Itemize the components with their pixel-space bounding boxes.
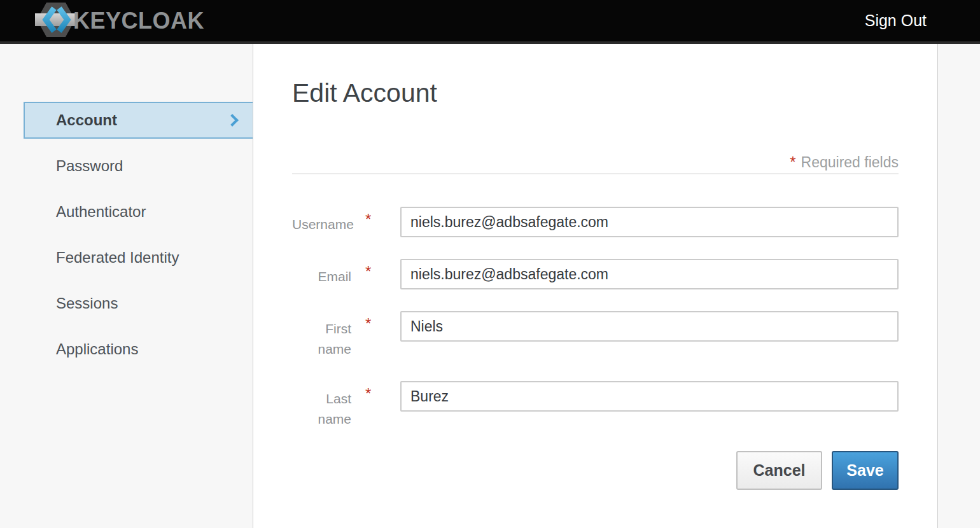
- main-content: Edit Account *Required fields Username *…: [253, 44, 938, 528]
- last-name-label: Last name: [292, 381, 351, 429]
- sidebar-item-label: Federated Identity: [56, 249, 179, 267]
- required-asterisk: *: [351, 259, 400, 289]
- sidebar-list: Account Password Authenticator Federated…: [24, 102, 253, 368]
- required-asterisk: *: [351, 381, 400, 429]
- form-row-last-name: Last name *: [292, 381, 899, 429]
- sidebar-item-account[interactable]: Account: [24, 102, 253, 139]
- required-asterisk: *: [351, 207, 400, 237]
- sidebar-item-label: Password: [56, 157, 123, 175]
- email-label: Email: [292, 259, 351, 289]
- page-title: Edit Account: [292, 79, 899, 107]
- keycloak-brand: KEYCLOAK: [35, 0, 204, 41]
- sign-out-link[interactable]: Sign Out: [865, 11, 927, 30]
- top-navbar: KEYCLOAK Sign Out: [0, 0, 980, 44]
- sidebar-item-label: Sessions: [56, 295, 118, 312]
- required-fields-note: *Required fields: [292, 153, 899, 174]
- username-label: Username: [292, 207, 351, 237]
- first-name-label: First name: [292, 311, 351, 359]
- sidebar-item-password[interactable]: Password: [24, 148, 253, 184]
- sidebar-item-label: Authenticator: [56, 203, 146, 221]
- sidebar-nav: Account Password Authenticator Federated…: [0, 44, 253, 528]
- cancel-button[interactable]: Cancel: [736, 451, 822, 490]
- username-input[interactable]: [400, 207, 899, 237]
- email-input[interactable]: [400, 259, 899, 289]
- brand-wordmark: KEYCLOAK: [73, 8, 204, 34]
- sidebar-item-sessions[interactable]: Sessions: [24, 285, 253, 322]
- keycloak-logo-icon: [35, 1, 77, 41]
- required-note-text: Required fields: [801, 154, 899, 170]
- edit-account-form: Username * Email * First name * Last nam…: [292, 207, 899, 490]
- chevron-right-icon: [226, 114, 239, 127]
- required-asterisk: *: [790, 153, 795, 170]
- sidebar-item-authenticator[interactable]: Authenticator: [24, 193, 253, 230]
- required-asterisk: *: [351, 311, 400, 359]
- form-actions: Cancel Save: [292, 451, 899, 490]
- sidebar-item-applications[interactable]: Applications: [24, 331, 253, 368]
- save-button[interactable]: Save: [832, 451, 899, 490]
- form-row-username: Username *: [292, 207, 899, 237]
- last-name-input[interactable]: [400, 381, 899, 412]
- sidebar-item-label: Account: [56, 111, 117, 129]
- form-row-email: Email *: [292, 259, 899, 289]
- sidebar-item-label: Applications: [56, 340, 138, 358]
- form-row-first-name: First name *: [292, 311, 899, 359]
- sidebar-item-federated-identity[interactable]: Federated Identity: [24, 239, 253, 276]
- first-name-input[interactable]: [400, 311, 899, 342]
